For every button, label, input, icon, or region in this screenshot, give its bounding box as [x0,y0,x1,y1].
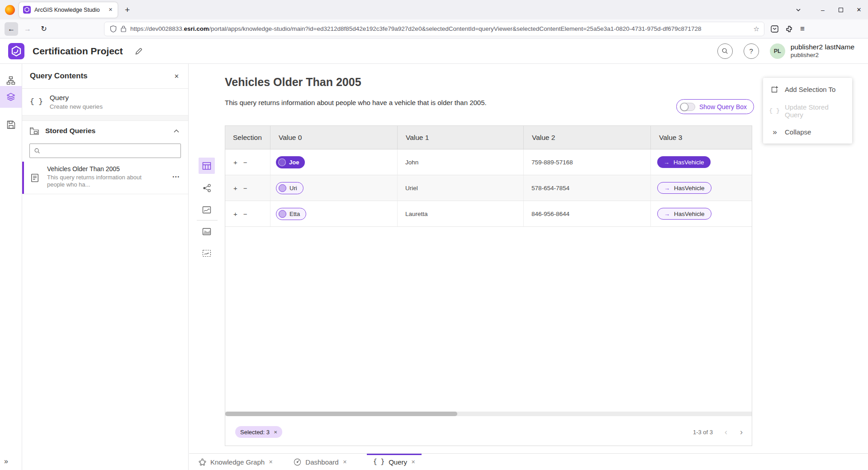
tab-close-icon[interactable]: ✕ [108,7,114,13]
link-chart-icon [203,184,211,192]
column-header-value2[interactable]: Value 2 [524,126,651,149]
show-query-box-toggle[interactable]: Show Query Box [676,99,754,114]
close-tab-icon[interactable]: ✕ [269,459,273,465]
column-header-value1[interactable]: Value 1 [398,126,524,149]
save-icon[interactable] [0,114,22,135]
remove-from-selection-button[interactable]: − [243,211,247,217]
horizontal-scrollbar[interactable] [225,412,752,416]
braces-icon: { } [770,107,778,114]
avatar[interactable]: PL [770,43,785,59]
tab-query[interactable]: { } Query ✕ [367,454,422,470]
user-menu[interactable]: publisher2 lastName publisher2 [791,43,854,59]
stored-queries-search-input[interactable] [43,144,180,158]
add-to-selection-button[interactable]: + [233,159,237,166]
stored-queries-header[interactable]: Stored Queries [22,121,188,141]
menu-item-update-stored-query[interactable]: { } Update Stored Query [763,100,852,121]
selected-count-chip[interactable]: Selected: 3 ✕ [235,426,282,438]
app-header: Certification Project ? PL publisher2 la… [0,38,868,64]
stored-queries-search[interactable] [29,144,181,158]
stored-query-title: Vehicles Older Than 2005 [47,165,142,173]
extensions-icon[interactable] [786,25,793,33]
pagination-label: 1-3 of 3 [693,429,713,436]
new-map-from-result-button[interactable] [199,223,215,240]
dashboard-icon [294,458,301,466]
column-header-selection[interactable]: Selection [225,126,270,149]
query-item-subtitle: Create new queries [50,103,103,110]
entity-pill[interactable]: Joe [276,156,305,168]
browser-tab-strip: ArcGIS Knowledge Studio ✕ + – ✕ [0,0,868,19]
knowledge-graph-icon [199,458,206,466]
selected-count-label: Selected: 3 [240,429,270,436]
bookmark-star-icon[interactable]: ☆ [754,25,759,33]
chevron-up-icon[interactable] [174,129,179,133]
relationship-pill[interactable]: →HasVehicle [657,182,711,194]
close-tab-icon[interactable]: ✕ [343,459,347,465]
minimize-button[interactable]: – [814,6,832,14]
stored-query-item[interactable]: Vehicles Older Than 2005 This query retu… [22,162,188,194]
add-to-selection-button[interactable]: + [233,185,237,192]
search-button[interactable] [717,43,733,59]
remove-from-selection-button[interactable]: − [243,159,247,166]
browser-tab-title: ArcGIS Knowledge Studio [34,7,104,13]
browser-navbar: ← → ↻ https://dev0028833.esri.com/portal… [0,19,868,38]
clear-selection-icon[interactable]: ✕ [274,430,277,435]
entity-icon [278,158,286,166]
view-tools [189,64,225,453]
expand-rail-icon[interactable]: » [4,457,7,465]
layers-icon[interactable] [0,86,22,108]
selection-map-button[interactable] [199,245,215,261]
table-row[interactable]: + − Joe John 759-889-57168 →HasVehicle [225,149,752,175]
pocket-icon[interactable] [771,25,778,33]
table-row[interactable]: + − Etta Lauretta 846-956-8644 →HasVehic… [225,201,752,227]
menu-item-collapse[interactable]: » Collapse [763,121,852,143]
entity-icon [279,184,286,192]
new-tab-button[interactable]: + [125,5,130,15]
lock-icon[interactable] [121,25,126,32]
scrollbar-thumb[interactable] [225,412,457,416]
help-button[interactable]: ? [744,43,759,59]
previous-page-icon[interactable]: ‹ [725,427,727,437]
browser-tab[interactable]: ArcGIS Knowledge Studio ✕ [19,2,118,18]
column-header-value3[interactable]: Value 3 [651,126,752,149]
back-button[interactable]: ← [5,22,18,36]
entity-pill[interactable]: Etta [276,208,306,220]
sidebar-item-query[interactable]: { } Query Create new queries [22,89,188,115]
close-window-button[interactable]: ✕ [850,6,868,13]
link-chart-view-button[interactable] [199,180,215,196]
map-view-button[interactable] [199,201,215,218]
column-header-value0[interactable]: Value 0 [270,126,398,149]
remove-from-selection-button[interactable]: − [243,185,247,192]
add-to-selection-button[interactable]: + [233,211,237,217]
edit-title-button[interactable] [135,47,143,55]
relationship-pill[interactable]: →HasVehicle [657,208,711,220]
entity-pill[interactable]: Uri [276,182,304,194]
table-row[interactable]: + − Uri Uriel 578-654-7854 →HasVehicle [225,175,752,201]
menu-icon[interactable]: ≡ [800,24,805,34]
url-bar[interactable]: https://dev0028833.esri.com/portal/apps/… [104,22,764,36]
query-item-title: Query [50,94,103,102]
firefox-icon[interactable] [5,5,15,15]
forward-button[interactable]: → [21,22,34,36]
stored-queries-title: Stored Queries [45,127,167,135]
user-login: publisher2 [791,52,854,59]
tab-dashboard[interactable]: Dashboard ✕ [287,454,353,470]
tab-knowledge-graph[interactable]: Knowledge Graph ✕ [192,454,279,470]
menu-item-add-selection-to[interactable]: Add Selection To [763,79,852,100]
arrow-right-icon: → [664,211,670,217]
knowledge-studio-logo [8,43,24,59]
close-tab-icon[interactable]: ✕ [411,459,415,465]
maximize-button[interactable] [832,6,850,14]
more-options-icon[interactable]: ••• [172,174,180,179]
reload-button[interactable]: ↻ [37,22,51,36]
next-page-icon[interactable]: › [740,427,743,437]
panel-close-icon[interactable]: ✕ [174,73,179,80]
pencil-icon [135,47,143,55]
list-tabs-chevron-icon[interactable] [796,7,814,13]
arcgis-favicon-icon [23,6,31,14]
relationship-pill[interactable]: →HasVehicle [657,156,711,168]
data-table-view-button[interactable] [199,158,215,174]
cell-value1: Uriel [398,175,524,201]
toggle-switch[interactable] [680,103,695,111]
cell-value1: John [398,149,524,175]
shield-icon[interactable] [110,25,117,33]
